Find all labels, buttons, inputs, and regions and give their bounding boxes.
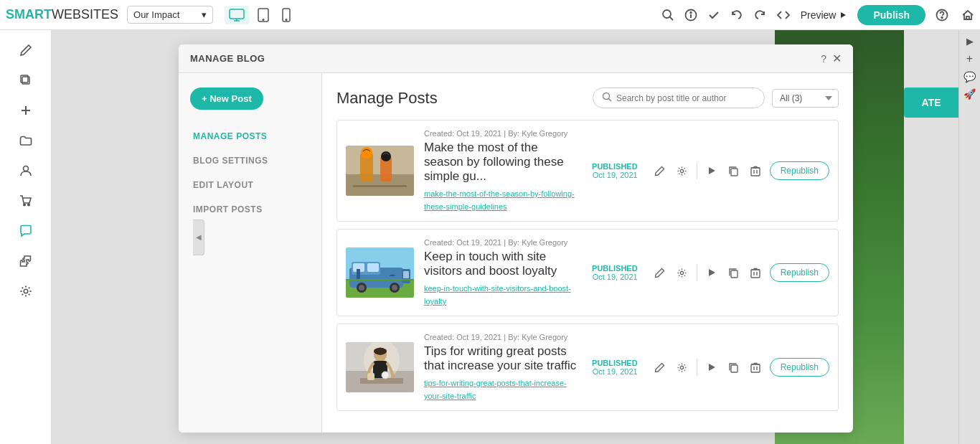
post-slug[interactable]: keep-in-touch-with-site-visitors-and-boo… <box>424 284 571 306</box>
info-icon[interactable] <box>684 9 697 22</box>
svg-rect-53 <box>357 269 360 280</box>
post-actions: PUBLISHED Oct 19, 2021 Republish <box>592 358 829 377</box>
code-icon[interactable] <box>776 9 791 22</box>
nav-import-posts[interactable]: IMPORT POSTS <box>179 197 321 222</box>
publish-post-button[interactable] <box>705 164 719 178</box>
preview-button[interactable]: Preview <box>801 9 848 21</box>
filter-select[interactable]: All (3) Published Draft <box>772 89 839 108</box>
post-thumbnail <box>346 342 414 392</box>
duplicate-post-button[interactable] <box>726 360 741 375</box>
edit-post-button[interactable] <box>652 164 667 179</box>
post-row: Created: Oct 19, 2021 | By: Kyle Gregory… <box>336 323 839 411</box>
sidebar-puzzle-icon[interactable] <box>10 248 42 274</box>
svg-marker-34 <box>709 167 715 174</box>
post-slug[interactable]: tips-for-writing-great-posts-that-increa… <box>424 379 567 400</box>
duplicate-post-button[interactable] <box>726 164 741 179</box>
check-icon[interactable] <box>707 9 720 22</box>
sidebar-pencil-icon[interactable] <box>10 37 42 63</box>
delete-post-button[interactable] <box>748 265 763 280</box>
mobile-device-icon[interactable] <box>278 5 295 25</box>
help-icon[interactable] <box>936 9 948 22</box>
modal-sidebar: + New Post MANAGE POSTS BLOG SETTINGS ED… <box>179 73 322 433</box>
home-icon[interactable] <box>961 9 974 22</box>
post-actions: PUBLISHED Oct 19, 2021 Republish <box>592 161 829 180</box>
top-toolbar: SMART WEBSITES Our Impact ▾ <box>0 0 980 30</box>
nav-blog-settings[interactable]: BLOG SETTINGS <box>179 148 321 173</box>
action-separator <box>697 162 697 179</box>
modal-body: + New Post MANAGE POSTS BLOG SETTINGS ED… <box>179 73 853 433</box>
toolbar-actions: Preview Publish <box>661 5 974 25</box>
svg-point-55 <box>680 271 683 274</box>
logo: SMART WEBSITES <box>6 7 118 22</box>
right-rocket-icon[interactable]: 🚀 <box>963 88 976 100</box>
modal-close-button[interactable]: ✕ <box>832 52 842 65</box>
svg-rect-0 <box>230 9 244 19</box>
svg-rect-58 <box>751 270 760 278</box>
sidebar-chat-icon[interactable] <box>10 218 42 244</box>
sidebar-collapse-handle[interactable]: ◀ <box>193 219 204 255</box>
desktop-device-icon[interactable] <box>225 6 249 24</box>
svg-rect-15 <box>966 16 969 19</box>
sidebar-cart-icon[interactable] <box>10 188 42 214</box>
post-status-date: Oct 19, 2021 <box>592 367 638 376</box>
duplicate-post-button[interactable] <box>726 265 741 280</box>
sidebar-folder-icon[interactable] <box>10 128 42 153</box>
right-edge-panel: ▶ + 💬 🚀 <box>958 30 980 444</box>
svg-rect-54 <box>346 279 414 280</box>
delete-post-button[interactable] <box>748 164 763 179</box>
tablet-device-icon[interactable] <box>253 5 273 25</box>
svg-marker-56 <box>709 269 715 276</box>
republish-button[interactable]: Republish <box>770 161 829 180</box>
svg-rect-74 <box>751 364 760 372</box>
svg-point-23 <box>24 289 28 293</box>
svg-rect-73 <box>731 365 738 372</box>
settings-post-button[interactable] <box>674 265 689 280</box>
svg-point-20 <box>23 166 28 171</box>
search-input[interactable] <box>616 93 755 103</box>
sidebar-add-icon[interactable] <box>10 98 42 123</box>
edit-post-button[interactable] <box>652 360 667 375</box>
svg-rect-36 <box>751 168 760 176</box>
settings-post-button[interactable] <box>674 360 689 375</box>
republish-button[interactable]: Republish <box>770 263 829 282</box>
modal-content-area: Manage Posts All (3) Published <box>322 73 853 433</box>
search-icon[interactable] <box>661 9 674 22</box>
modal-title: MANAGE BLOG <box>190 53 265 64</box>
publish-post-button[interactable] <box>705 265 719 280</box>
modal-help-icon[interactable]: ? <box>821 53 826 65</box>
sidebar-gear-icon[interactable] <box>10 278 42 304</box>
publish-button[interactable]: Publish <box>857 5 925 25</box>
delete-post-button[interactable] <box>748 360 763 375</box>
nav-manage-posts[interactable]: MANAGE POSTS <box>179 124 321 148</box>
sidebar-layers-icon[interactable] <box>10 67 42 93</box>
green-partial-button[interactable]: ATE <box>904 88 958 118</box>
svg-point-48 <box>359 285 364 291</box>
post-status-date: Oct 19, 2021 <box>592 171 638 179</box>
collapse-chevron-icon: ◀ <box>196 233 202 241</box>
publish-post-button[interactable] <box>705 360 719 374</box>
right-plus-icon[interactable]: + <box>966 52 973 65</box>
right-arrow-icon[interactable]: ▶ <box>964 36 975 47</box>
svg-line-8 <box>669 16 673 20</box>
republish-button[interactable]: Republish <box>770 358 829 377</box>
settings-post-button[interactable] <box>674 164 689 179</box>
right-chat-icon[interactable]: 💬 <box>963 71 976 82</box>
post-slug[interactable]: make-the-most-of-the-season-by-following… <box>424 189 575 211</box>
search-box <box>593 88 765 108</box>
chevron-down-icon: ▾ <box>202 9 207 20</box>
svg-rect-35 <box>731 169 738 176</box>
edit-post-button[interactable] <box>652 265 667 280</box>
new-post-button[interactable]: + New Post <box>190 88 263 110</box>
nav-edit-layout[interactable]: EDIT LAYOUT <box>179 173 321 197</box>
sidebar-person-icon[interactable] <box>10 158 42 184</box>
modal-header: MANAGE BLOG ? ✕ <box>179 44 853 73</box>
post-meta: Created: Oct 19, 2021 | By: Kyle Gregory <box>424 238 580 247</box>
svg-marker-72 <box>709 364 715 371</box>
page-selector[interactable]: Our Impact ▾ <box>127 6 213 24</box>
modal-header-right: ? ✕ <box>821 52 842 65</box>
post-status-label: PUBLISHED <box>592 359 638 367</box>
svg-point-71 <box>680 366 683 369</box>
post-info: Created: Oct 19, 2021 | By: Kyle Gregory… <box>424 129 580 212</box>
undo-icon[interactable] <box>730 9 743 22</box>
redo-icon[interactable] <box>753 9 766 22</box>
